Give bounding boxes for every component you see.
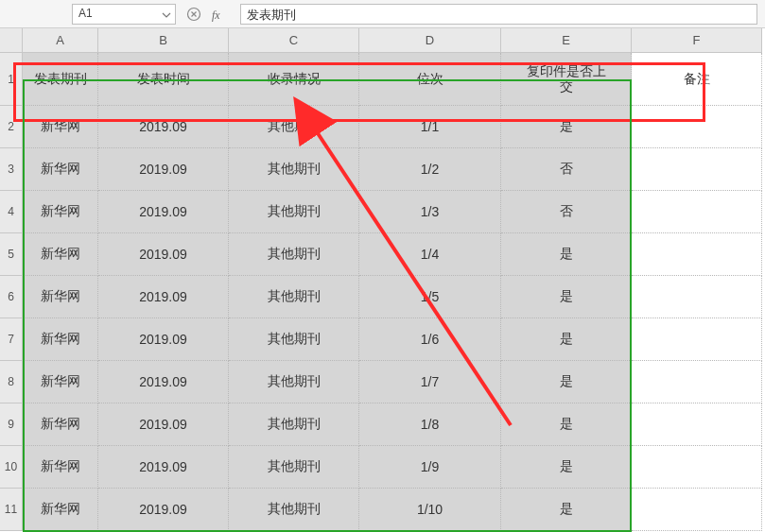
cell[interactable]: 发表时间 [98, 53, 229, 106]
cell[interactable] [632, 361, 762, 403]
cell-value: 是 [560, 118, 573, 135]
fx-icon[interactable]: fx [212, 4, 233, 25]
cell-value: 其他期刊 [268, 118, 321, 135]
column-header-C[interactable]: C [229, 28, 359, 52]
cell[interactable] [632, 489, 762, 531]
cell[interactable]: 新华网 [23, 403, 98, 446]
cell[interactable]: 是 [501, 403, 632, 446]
cell-value: 2019.09 [139, 332, 187, 347]
cell[interactable]: 新华网 [23, 276, 98, 318]
row-header-4[interactable]: 4 [0, 191, 23, 233]
cell[interactable]: 1/1 [359, 106, 501, 148]
cell[interactable]: 新华网 [23, 106, 98, 148]
row-header-7[interactable]: 7 [0, 318, 23, 361]
cell[interactable]: 新华网 [23, 318, 98, 361]
cell-value: 是 [560, 501, 573, 518]
column-header-D[interactable]: D [359, 28, 501, 52]
cell[interactable] [632, 318, 762, 361]
cell[interactable]: 其他期刊 [229, 191, 359, 233]
cell[interactable]: 2019.09 [98, 446, 229, 489]
row-header-6[interactable]: 6 [0, 276, 23, 318]
row-header-1[interactable]: 1 [0, 53, 23, 106]
cell[interactable]: 2019.09 [98, 233, 229, 276]
cell[interactable]: 是 [501, 106, 632, 148]
cell[interactable]: 2019.09 [98, 148, 229, 191]
cell[interactable]: 是 [501, 361, 632, 403]
cell[interactable]: 2019.09 [98, 191, 229, 233]
cell[interactable]: 新华网 [23, 233, 98, 276]
cell[interactable]: 是 [501, 233, 632, 276]
cell-grid[interactable]: 发表期刊发表时间收录情况位次复印件是否上交备注新华网2019.09其他期刊1/1… [23, 53, 762, 531]
row-header-11[interactable]: 11 [0, 489, 23, 531]
cell[interactable]: 1/10 [359, 489, 501, 531]
cancel-icon[interactable] [183, 4, 204, 25]
cell[interactable]: 是 [501, 446, 632, 489]
cell[interactable]: 是 [501, 489, 632, 531]
cell[interactable]: 其他期刊 [229, 446, 359, 489]
column-header-B[interactable]: B [98, 28, 229, 52]
cell-value: 是 [560, 416, 573, 433]
cell[interactable]: 其他期刊 [229, 489, 359, 531]
cell[interactable]: 新华网 [23, 191, 98, 233]
name-box[interactable]: A1 [72, 4, 176, 25]
cell[interactable]: 其他期刊 [229, 318, 359, 361]
formula-input[interactable]: 发表期刊 [240, 4, 757, 25]
column-header-F[interactable]: F [632, 28, 762, 52]
cell[interactable]: 2019.09 [98, 403, 229, 446]
cell[interactable]: 收录情况 [229, 53, 359, 106]
cell[interactable]: 2019.09 [98, 276, 229, 318]
cell[interactable]: 是 [501, 318, 632, 361]
cell[interactable]: 新华网 [23, 361, 98, 403]
cell[interactable]: 其他期刊 [229, 148, 359, 191]
row-header-8[interactable]: 8 [0, 361, 23, 403]
cell[interactable]: 否 [501, 148, 632, 191]
cell[interactable]: 其他期刊 [229, 106, 359, 148]
cell[interactable] [632, 276, 762, 318]
cell[interactable] [632, 148, 762, 191]
cell[interactable]: 1/7 [359, 361, 501, 403]
cell[interactable]: 新华网 [23, 489, 98, 531]
cell[interactable]: 1/5 [359, 276, 501, 318]
cell[interactable]: 1/2 [359, 148, 501, 191]
cell[interactable]: 其他期刊 [229, 276, 359, 318]
cell[interactable]: 1/3 [359, 191, 501, 233]
cell[interactable]: 2019.09 [98, 361, 229, 403]
cell[interactable]: 1/6 [359, 318, 501, 361]
cell[interactable]: 否 [501, 191, 632, 233]
column-headers[interactable]: ABCDEF [23, 28, 762, 53]
cell[interactable]: 2019.09 [98, 106, 229, 148]
row-header-2[interactable]: 2 [0, 106, 23, 148]
column-header-E[interactable]: E [501, 28, 632, 52]
cell[interactable]: 1/9 [359, 446, 501, 489]
row-header-3[interactable]: 3 [0, 148, 23, 191]
cell[interactable]: 其他期刊 [229, 361, 359, 403]
cell[interactable]: 2019.09 [98, 489, 229, 531]
row-headers[interactable]: 1234567891011 [0, 53, 23, 531]
cell[interactable]: 是 [501, 276, 632, 318]
cell[interactable]: 复印件是否上交 [501, 53, 632, 106]
cell[interactable]: 2019.09 [98, 318, 229, 361]
row-header-5[interactable]: 5 [0, 233, 23, 276]
cell[interactable] [632, 233, 762, 276]
select-all-corner[interactable] [0, 28, 23, 53]
cell-value: 2019.09 [139, 502, 187, 517]
cell[interactable]: 其他期刊 [229, 403, 359, 446]
cell-value: 2019.09 [139, 119, 187, 134]
row-header-10[interactable]: 10 [0, 446, 23, 489]
cell[interactable] [632, 191, 762, 233]
column-header-A[interactable]: A [23, 28, 98, 52]
cell-value: 新华网 [41, 373, 80, 390]
chevron-down-icon[interactable] [162, 9, 171, 19]
cell[interactable]: 1/4 [359, 233, 501, 276]
cell[interactable] [632, 446, 762, 489]
cell[interactable] [632, 403, 762, 446]
cell[interactable]: 新华网 [23, 148, 98, 191]
cell[interactable]: 其他期刊 [229, 233, 359, 276]
row-header-9[interactable]: 9 [0, 403, 23, 446]
cell[interactable] [632, 106, 762, 148]
cell[interactable]: 备注 [632, 53, 762, 106]
cell[interactable]: 新华网 [23, 446, 98, 489]
cell[interactable]: 发表期刊 [23, 53, 98, 106]
cell[interactable]: 位次 [359, 53, 501, 106]
cell[interactable]: 1/8 [359, 403, 501, 446]
